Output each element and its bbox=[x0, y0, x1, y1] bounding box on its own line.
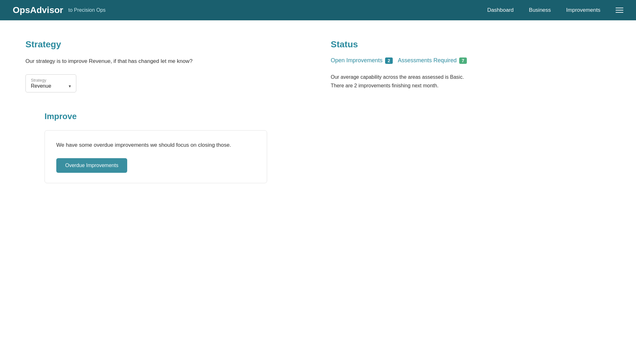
nav-improvements[interactable]: Improvements bbox=[566, 7, 600, 13]
assessments-required-badge: 7 bbox=[459, 57, 467, 64]
main-content: Strategy Our strategy is to improve Reve… bbox=[0, 20, 636, 364]
dropdown-label: Strategy bbox=[31, 78, 71, 83]
status-badges: Open Improvements 2 Assessments Required… bbox=[331, 57, 611, 64]
hamburger-menu[interactable] bbox=[616, 8, 623, 13]
status-line2: There are 2 improvements finishing next … bbox=[331, 81, 611, 90]
brand-ops: Ops bbox=[13, 5, 30, 15]
open-improvements-badge: 2 bbox=[385, 57, 393, 64]
brand: OpsAdvisor to Precision Ops bbox=[13, 5, 106, 15]
open-improvements-label: Open Improvements bbox=[331, 57, 383, 64]
assessments-required-label: Assessments Required bbox=[398, 57, 457, 64]
brand-subtitle: to Precision Ops bbox=[68, 7, 106, 13]
assessments-required-item: Assessments Required 7 bbox=[398, 57, 467, 64]
improve-section: Improve We have some overdue improvement… bbox=[25, 111, 611, 183]
chevron-down-icon: ▾ bbox=[69, 84, 71, 89]
improve-title: Improve bbox=[45, 111, 611, 121]
top-section: Strategy Our strategy is to improve Reve… bbox=[25, 39, 611, 92]
strategy-section: Strategy Our strategy is to improve Reve… bbox=[25, 39, 305, 92]
nav-business[interactable]: Business bbox=[529, 7, 551, 13]
dropdown-value-row: Revenue ▾ bbox=[31, 83, 71, 89]
strategy-dropdown[interactable]: Strategy Revenue ▾ bbox=[25, 74, 76, 92]
overdue-improvements-button[interactable]: Overdue Improvements bbox=[56, 158, 127, 173]
nav-links: Dashboard Business Improvements bbox=[487, 7, 600, 13]
improve-box: We have some overdue improvements we sho… bbox=[45, 130, 267, 183]
brand-advisor: Advisor bbox=[30, 5, 63, 15]
status-text: Our average capability across the areas … bbox=[331, 73, 611, 90]
status-title: Status bbox=[331, 39, 611, 50]
brand-logo: OpsAdvisor bbox=[13, 5, 63, 15]
nav-dashboard[interactable]: Dashboard bbox=[487, 7, 514, 13]
dropdown-value: Revenue bbox=[31, 83, 51, 89]
main-nav: OpsAdvisor to Precision Ops Dashboard Bu… bbox=[0, 0, 636, 20]
status-section: Status Open Improvements 2 Assessments R… bbox=[331, 39, 611, 92]
open-improvements-item: Open Improvements 2 bbox=[331, 57, 393, 64]
strategy-title: Strategy bbox=[25, 39, 305, 50]
strategy-description: Our strategy is to improve Revenue, if t… bbox=[25, 57, 305, 65]
status-line1: Our average capability across the areas … bbox=[331, 73, 611, 81]
improve-description: We have some overdue improvements we sho… bbox=[56, 141, 255, 149]
